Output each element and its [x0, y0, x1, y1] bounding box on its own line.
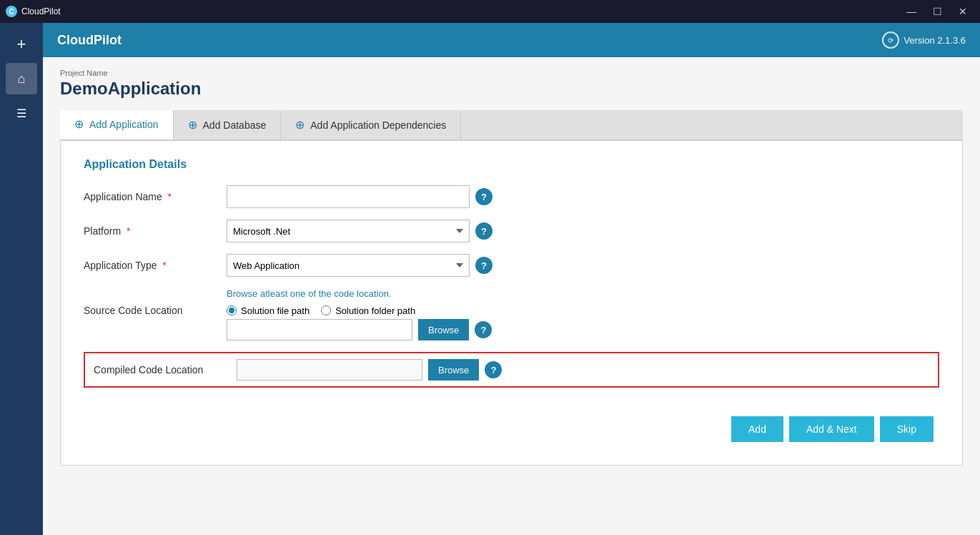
platform-controls: Microsoft .Net .NET Core Java Node.js Py… — [227, 220, 939, 242]
source-code-help[interactable]: ? — [475, 321, 492, 338]
compiled-code-help[interactable]: ? — [485, 361, 502, 378]
tab-add-dependencies[interactable]: ⊕ Add Application Dependencies — [281, 110, 461, 139]
close-button[interactable]: ✕ — [951, 0, 974, 23]
application-type-row: Application Type * Web Application Windo… — [84, 254, 939, 277]
compiled-code-location-row: Compiled Code Location Browse ? — [84, 352, 939, 388]
compiled-code-controls: Browse ? — [237, 359, 502, 381]
platform-required-star: * — [124, 225, 130, 237]
source-code-location-row: Source Code Location Solution file path … — [84, 305, 939, 340]
tab-add-application-label: Add Application — [89, 119, 159, 130]
application-type-select[interactable]: Web Application Windows Service Console … — [227, 254, 470, 277]
browse-hint: Browse atleast one of the code location. — [227, 288, 939, 299]
compiled-code-label: Compiled Code Location — [94, 364, 237, 376]
tab-add-application-icon: ⊕ — [74, 117, 84, 131]
skip-button[interactable]: Skip — [880, 416, 934, 442]
radio-solution-file-input[interactable] — [227, 305, 237, 315]
tabs-container: ⊕ Add Application ⊕ Add Database ⊕ Add A… — [60, 110, 963, 140]
source-code-radio-group: Solution file path Solution folder path — [227, 305, 415, 316]
application-name-help[interactable]: ? — [475, 188, 493, 205]
radio-solution-file-label: Solution file path — [241, 305, 310, 316]
project-name: DemoApplication — [60, 79, 963, 99]
page-content: Project Name DemoApplication ⊕ Add Appli… — [43, 57, 980, 535]
home-icon: ⌂ — [18, 72, 26, 87]
sidebar: + ⌂ ☰ — [0, 23, 43, 535]
source-code-label: Source Code Location — [84, 305, 227, 316]
form-card: Application Details Application Name * ?… — [60, 140, 963, 466]
app-layout: + ⌂ ☰ CloudPilot ⟳ Version 2.1.3.6 Proje… — [0, 23, 980, 535]
document-icon: ☰ — [16, 107, 26, 120]
application-name-controls: ? — [227, 185, 939, 208]
application-type-controls: Web Application Windows Service Console … — [227, 254, 939, 277]
add-next-button[interactable]: Add & Next — [789, 416, 874, 442]
tab-add-application[interactable]: ⊕ Add Application — [60, 110, 174, 139]
radio-solution-file[interactable]: Solution file path — [227, 305, 310, 316]
sidebar-item-document[interactable]: ☰ — [6, 97, 37, 129]
application-type-label: Application Type * — [84, 260, 227, 271]
compiled-browse-button[interactable]: Browse — [428, 359, 479, 381]
application-type-help[interactable]: ? — [475, 257, 493, 274]
source-code-location-bottom: Browse ? — [227, 319, 939, 340]
radio-solution-folder-label: Solution folder path — [335, 305, 415, 316]
header-bar: CloudPilot ⟳ Version 2.1.3.6 — [43, 23, 980, 57]
minimize-button[interactable]: — — [900, 0, 923, 23]
platform-help[interactable]: ? — [475, 222, 493, 240]
tab-add-dependencies-label: Add Application Dependencies — [310, 119, 446, 131]
project-label: Project Name — [60, 69, 963, 77]
title-bar-app-name: CloudPilot — [21, 6, 61, 16]
platform-select[interactable]: Microsoft .Net .NET Core Java Node.js Py… — [227, 220, 470, 242]
title-bar: C CloudPilot — ☐ ✕ — [0, 0, 980, 23]
application-name-label: Application Name * — [84, 191, 227, 202]
source-code-location-top: Source Code Location Solution file path … — [84, 305, 939, 316]
platform-label: Platform * — [84, 225, 227, 237]
version-label: Version 2.1.3.6 — [904, 35, 966, 46]
section-title: Application Details — [84, 158, 939, 171]
add-icon: + — [17, 35, 26, 54]
tab-add-database-icon: ⊕ — [188, 118, 197, 132]
tab-add-database[interactable]: ⊕ Add Database — [174, 110, 282, 139]
radio-solution-folder-input[interactable] — [321, 305, 331, 315]
action-buttons: Add Add & Next Skip — [84, 416, 939, 442]
tab-add-database-label: Add Database — [203, 119, 267, 131]
type-required-star: * — [159, 260, 166, 271]
compiled-path-input[interactable] — [237, 359, 422, 381]
add-button[interactable]: Add — [731, 416, 783, 442]
application-name-input[interactable] — [227, 185, 470, 208]
sidebar-item-add[interactable]: + — [6, 29, 37, 60]
header-version: ⟳ Version 2.1.3.6 — [882, 31, 966, 49]
source-browse-button[interactable]: Browse — [418, 319, 469, 340]
required-star: * — [165, 191, 172, 202]
source-path-input[interactable] — [227, 319, 412, 340]
maximize-button[interactable]: ☐ — [926, 0, 949, 23]
app-icon: C — [6, 6, 17, 17]
sidebar-item-home[interactable]: ⌂ — [6, 63, 37, 94]
version-icon: ⟳ — [882, 31, 899, 49]
title-bar-left: C CloudPilot — [6, 6, 61, 17]
platform-row: Platform * Microsoft .Net .NET Core Java… — [84, 220, 939, 242]
main-content: CloudPilot ⟳ Version 2.1.3.6 Project Nam… — [43, 23, 980, 535]
title-bar-controls: — ☐ ✕ — [900, 0, 974, 23]
header-title: CloudPilot — [57, 33, 122, 48]
tab-add-dependencies-icon: ⊕ — [295, 118, 305, 132]
radio-solution-folder[interactable]: Solution folder path — [321, 305, 415, 316]
application-name-row: Application Name * ? — [84, 185, 939, 208]
